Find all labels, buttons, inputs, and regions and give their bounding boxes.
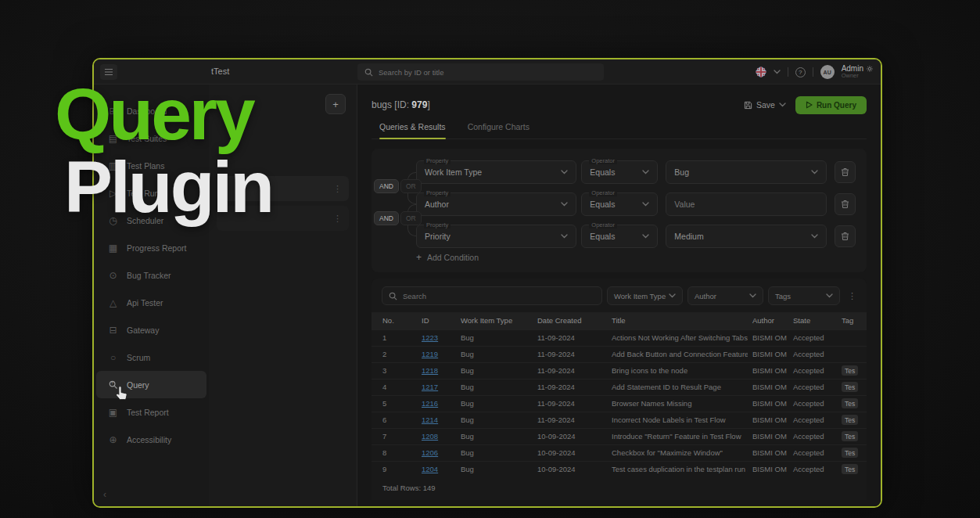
bug-id-link[interactable]: 1216 (422, 399, 438, 408)
sidebar-item-scrum[interactable]: ○Scrum (96, 344, 206, 371)
tag-chip[interactable]: Tes (842, 398, 858, 408)
global-search-input[interactable] (379, 68, 597, 77)
bug-id-link[interactable]: 1219 (417, 346, 456, 362)
property-select[interactable]: PropertyWork Item Type (416, 160, 576, 184)
sidebar-item-test-plans[interactable]: ▥Test Plans (96, 152, 206, 179)
avatar[interactable]: AU (820, 65, 835, 79)
sidebar-item-test-report[interactable]: ▣Test Report (96, 398, 206, 426)
value-input[interactable] (666, 192, 826, 216)
property-select[interactable]: PropertyAuthor (416, 192, 576, 216)
collapse-sidebar-icon[interactable]: ‹ (103, 489, 106, 500)
date-created-cell: 11-09-2024 (533, 412, 607, 428)
and-toggle[interactable]: AND (374, 211, 399, 225)
operator-select[interactable]: OperatorEquals (581, 225, 658, 248)
property-select[interactable]: PropertyPriority (416, 225, 576, 248)
author-cell: BISMI OM (748, 329, 788, 346)
delete-condition-button[interactable] (835, 161, 856, 183)
operator-value: Equals (590, 232, 615, 241)
operator-select[interactable]: OperatorEquals (581, 160, 658, 184)
table-row: 31218Bug11-09-2024Bring icons to the nod… (372, 362, 867, 379)
tag-chip[interactable]: Tes (842, 365, 858, 376)
sidebar-item-dashboard[interactable]: ⊞Dashboard (96, 97, 206, 124)
delete-condition-button[interactable] (835, 193, 856, 215)
title-cell: Bring icons to the node (607, 362, 748, 379)
bug-id-link[interactable]: 1216 (417, 395, 456, 412)
or-toggle[interactable]: OR (400, 211, 422, 225)
more-vertical-icon[interactable]: ⋮ (333, 184, 342, 194)
uk-flag-icon[interactable] (756, 67, 766, 77)
global-search[interactable] (357, 63, 604, 81)
tag-chip[interactable]: Tes (842, 431, 858, 441)
bug-id-link[interactable]: 1218 (417, 362, 456, 379)
bug-id-link[interactable]: 1214 (417, 412, 456, 428)
results-search-input[interactable] (403, 292, 595, 300)
search-icon (389, 292, 397, 300)
tab-configure-charts[interactable]: Configure Charts (468, 122, 529, 138)
bug-id-link[interactable]: 1206 (417, 444, 456, 461)
bug-id-link[interactable]: 1223 (422, 333, 438, 342)
operator-select[interactable]: OperatorEquals (581, 192, 658, 216)
tag-chip[interactable]: Tes (842, 415, 858, 425)
bug-id-link[interactable]: 1219 (422, 350, 438, 358)
sidebar-item-api-tester[interactable]: △Api Tester (96, 289, 206, 316)
bug-id-link[interactable]: 1217 (422, 383, 438, 391)
saved-query-item[interactable]: ⋮ (217, 176, 349, 201)
work-item-type-cell: Bug (456, 346, 533, 362)
bug-tracker-icon: ⊙ (107, 270, 119, 281)
bug-id-link[interactable]: 1208 (422, 432, 438, 441)
filter-work-item-type[interactable]: Work Item Type (607, 286, 683, 305)
hamburger-icon[interactable] (100, 64, 117, 80)
or-toggle[interactable]: OR (400, 179, 422, 193)
add-condition-button[interactable]: + Add Condition (416, 252, 479, 263)
bug-id-link[interactable]: 1223 (417, 329, 456, 346)
tag-chip[interactable]: Tes (842, 464, 858, 474)
filter-author[interactable]: Author (687, 286, 763, 305)
title-cell: Introduce "Return" Feature in Test Flow (607, 428, 748, 444)
chevron-down-icon (561, 202, 568, 207)
filter-group: Work Item TypeAuthorTags (607, 286, 840, 305)
bug-id-link[interactable]: 1206 (422, 448, 438, 457)
sidebar-item-gateway[interactable]: ⊟Gateway (96, 316, 206, 344)
bug-id-link[interactable]: 1204 (422, 465, 438, 473)
sidebar-item-label: Gateway (127, 326, 159, 335)
tab-queries-results[interactable]: Queries & Results (379, 122, 446, 138)
user-menu[interactable]: Admin Owner (842, 64, 873, 80)
bug-id-link[interactable]: 1214 (422, 415, 438, 424)
chevron-down-icon[interactable] (774, 70, 781, 74)
sidebar-item-test-suites[interactable]: ▤Test Suites (96, 124, 206, 152)
sidebar-item-bug-tracker[interactable]: ⊙Bug Tracker (96, 261, 206, 289)
run-query-button[interactable]: Run Query (795, 96, 867, 114)
chevron-down-icon[interactable] (779, 103, 786, 107)
add-query-button[interactable]: + (325, 94, 346, 114)
tag-chip[interactable]: Tes (842, 382, 858, 392)
author-cell: BISMI OM (748, 346, 788, 362)
test-report-icon: ▣ (107, 407, 119, 418)
bug-id-link[interactable]: 1208 (417, 428, 456, 444)
value-select[interactable]: Medium (666, 225, 826, 248)
sidebar-item-scheduler[interactable]: ◷Scheduler (96, 207, 206, 234)
sidebar-item-test-runs[interactable]: ▷Test Runs (96, 179, 206, 207)
saved-query-item[interactable]: ⋮ (217, 206, 349, 231)
value-select[interactable]: Bug (666, 160, 826, 184)
more-vertical-icon[interactable]: ⋮ (848, 291, 856, 301)
delete-condition-button[interactable] (835, 225, 856, 247)
tag-cell: Tes (837, 428, 867, 444)
sidebar-item-accessibility[interactable]: ⊕Accessibility (96, 426, 206, 453)
save-button[interactable]: Save (744, 100, 786, 110)
filter-tags[interactable]: Tags (768, 286, 840, 305)
tag-chip[interactable]: Tes (842, 448, 858, 458)
help-icon[interactable]: ? (795, 67, 806, 77)
value-field[interactable] (674, 200, 817, 209)
sidebar-item-query[interactable]: ?Query (96, 371, 206, 398)
table-row: 41217Bug11-09-2024Add Statement ID to Re… (372, 379, 867, 395)
project-name[interactable]: tTest (211, 67, 229, 76)
more-vertical-icon[interactable]: ⋮ (333, 214, 342, 224)
bug-id-link[interactable]: 1218 (422, 366, 438, 375)
chevron-down-icon (811, 170, 818, 174)
sidebar-item-progress-report[interactable]: ▦Progress Report (96, 234, 206, 261)
condition-rows: PropertyWork Item TypeOperatorEqualsBugP… (416, 160, 856, 257)
bug-id-link[interactable]: 1217 (417, 379, 456, 395)
results-search[interactable] (382, 286, 602, 305)
and-toggle[interactable]: AND (374, 179, 399, 193)
bug-id-link[interactable]: 1204 (417, 461, 456, 477)
